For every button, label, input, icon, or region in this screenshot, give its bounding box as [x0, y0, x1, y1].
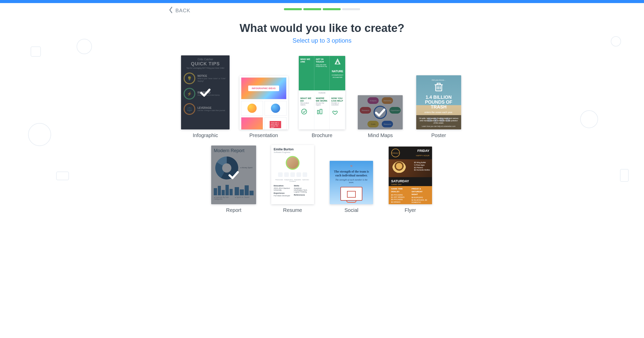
- progress-step-1: [284, 8, 302, 10]
- checkmark-icon: [227, 168, 241, 182]
- trash-icon: [433, 81, 444, 92]
- thumb-text: enters the ocean each year.: [419, 111, 459, 114]
- option-label: Mind Maps: [368, 132, 393, 138]
- thumb-text: Optimistic: [302, 179, 309, 180]
- checkmark-icon: [198, 86, 212, 99]
- option-social-thumb: “ The strength of the team is each indiv…: [330, 161, 373, 204]
- burger-icon: [392, 161, 406, 175]
- option-report[interactable]: Modern Report ● Money Spent ● Expense By…: [211, 146, 256, 213]
- checkmark-icon: [373, 105, 387, 119]
- thumb-text: The strength of the team is each individ…: [333, 170, 369, 177]
- thumb-text: $8 BURGERS: [412, 196, 430, 199]
- option-label: Flyer: [405, 207, 416, 213]
- svg-rect-1: [317, 110, 319, 114]
- thumb-text: 1.4 BILLION: [419, 95, 459, 100]
- thumb-text: $3 DRINKS: [391, 201, 409, 203]
- thumb-text: Emilie Burton: [274, 148, 312, 151]
- thumb-text: References: [294, 194, 312, 196]
- app-top-accent: [0, 0, 644, 3]
- avatar: [286, 156, 300, 170]
- back-button-label: BACK: [175, 8, 190, 14]
- thumb-text: HAPPY HOUR: [416, 154, 430, 157]
- option-label: Report: [226, 207, 241, 213]
- thumb-text: $5 PITCHERS: [391, 194, 409, 196]
- thumb-text: Confident: [289, 180, 296, 182]
- thumb-text: INFOGRAPHIC IDEAS: [248, 86, 279, 91]
- option-poster-thumb: Did you know... 1.4 BILLION POUNDS OF TR…: [416, 75, 461, 129]
- thumb-text: Information Tech.: [294, 189, 308, 191]
- option-label: Brochure: [312, 132, 332, 138]
- thumb-text: WHO WE ARE: [300, 58, 313, 63]
- thumb-text: ½ Price Apps: [414, 164, 430, 166]
- option-label: Presentation: [249, 132, 278, 138]
- basketball-hoop-icon: [340, 187, 362, 204]
- thumb-text: FRIDAY: [416, 149, 430, 153]
- svg-rect-2: [320, 109, 322, 114]
- option-label: Infographic: [193, 132, 218, 138]
- thumb-text: Oil spills, toxic wastes, floating plast…: [419, 117, 459, 124]
- option-infographic-thumb: Critic Catcher QUICK TIPS Tips for Lever…: [181, 55, 230, 129]
- thumb-text: CONSERVANCY ROCHESTER: [332, 74, 343, 78]
- option-poster[interactable]: Did you know... 1.4 BILLION POUNDS OF TR…: [416, 75, 461, 138]
- thumb-text: WHERE WE WORK: [316, 97, 328, 102]
- option-label: Poster: [431, 132, 446, 138]
- back-button[interactable]: BACK: [169, 7, 190, 15]
- thumb-text: Outside: [299, 90, 345, 95]
- progress-step-3: [323, 8, 341, 10]
- option-brochure-thumb: WHO WE ARE GET IN TOUCH(555) 555-5555inf…: [299, 56, 345, 129]
- thumb-text: $2 Pitchers: [414, 166, 430, 169]
- option-social[interactable]: “ The strength of the team is each indiv…: [330, 161, 373, 213]
- option-label: Resume: [283, 207, 302, 213]
- option-flyer[interactable]: Johnny's FRIDAYHAPPY HOUR $5 Wing Buffet…: [389, 147, 432, 213]
- chevron-left-icon: [169, 7, 173, 15]
- selected-overlay: [181, 55, 230, 129]
- progress-step-4: [342, 8, 360, 10]
- options-grid-row-1: Critic Catcher QUICK TIPS Tips for Lever…: [179, 55, 465, 138]
- progress-step-2: [303, 8, 321, 10]
- selected-overlay: [358, 95, 403, 129]
- thumb-text: $5 PITCHERS: [391, 198, 409, 201]
- option-infographic[interactable]: Critic Catcher QUICK TIPS Tips for Lever…: [181, 55, 230, 138]
- progress-bar: [284, 8, 360, 10]
- thumb-text: Analytical: [294, 187, 302, 189]
- thumb-text: The strength of each member is the team.: [333, 178, 369, 184]
- options-grid-row-2: Modern Report ● Money Spent ● Expense By…: [207, 145, 437, 213]
- thumb-text: Education: [274, 185, 291, 187]
- thumb-text: Experience: [274, 192, 291, 194]
- thumb-text: GAME TIME DEALS!!: [391, 188, 409, 193]
- thumb-text: SATURDAY: [391, 179, 409, 183]
- svg-point-0: [302, 109, 307, 114]
- thumb-text: POUNDS OF: [419, 100, 459, 105]
- thumb-text: Did you know...: [419, 79, 459, 81]
- selected-overlay: [211, 146, 256, 204]
- thumb-text: Johnny's: [391, 149, 400, 157]
- thumb-text: 2010–2014 Stanford University: [274, 187, 290, 191]
- thumb-text: TRASH: [419, 105, 459, 110]
- option-report-thumb: Modern Report ● Money Spent ● Expense By…: [211, 146, 256, 204]
- page-title: What would you like to create?: [10, 22, 634, 34]
- option-brochure[interactable]: WHO WE ARE GET IN TOUCH(555) 555-5555inf…: [299, 56, 345, 138]
- thumb-text: GAME DAY: [391, 183, 430, 186]
- thumb-text: GET IN TOUCH: [316, 58, 328, 63]
- page-subtitle: Select up to 3 options: [10, 37, 634, 44]
- thumb-text: Skills: [294, 185, 312, 187]
- thumb-text: $1 OFF DRINKS: [391, 196, 409, 198]
- thumb-text: WHAT WE DO: [300, 97, 313, 102]
- option-flyer-thumb: Johnny's FRIDAYHAPPY HOUR $5 Wing Buffet…: [389, 147, 432, 204]
- thumb-text: $5 Wing Buffet: [414, 161, 430, 164]
- thumb-text: Logical Thinking: [294, 191, 307, 193]
- option-mindmaps-thumb: Research Analysis Marketing Experiment R…: [358, 95, 403, 129]
- option-label: Social: [344, 207, 358, 213]
- thumb-text: $2 Domestic Bottles: [414, 169, 430, 171]
- option-resume[interactable]: Emilie Burton Software Engineer Passiona…: [271, 145, 314, 213]
- option-resume-thumb: Emilie Burton Software Engineer Passiona…: [271, 145, 314, 204]
- thumb-text: FRIDAY & SATURDAY NIGHT: [412, 188, 430, 196]
- thumb-text: Passionate: [276, 179, 283, 180]
- thumb-text: HOW YOU CAN HELP: [331, 97, 343, 102]
- thumb-text: Learn how you can help at oceanwise.com: [419, 125, 459, 127]
- option-mindmaps[interactable]: Research Analysis Marketing Experiment R…: [358, 95, 403, 138]
- thumb-text: Software Engineer: [274, 151, 312, 153]
- thumb-text: $2 BLUESHIES, $3 DOMESTIC: [412, 199, 430, 204]
- option-presentation[interactable]: INFOGRAPHIC IDEAS “Data tells a story on…: [240, 76, 288, 138]
- option-presentation-thumb: INFOGRAPHIC IDEAS “Data tells a story on…: [240, 76, 288, 129]
